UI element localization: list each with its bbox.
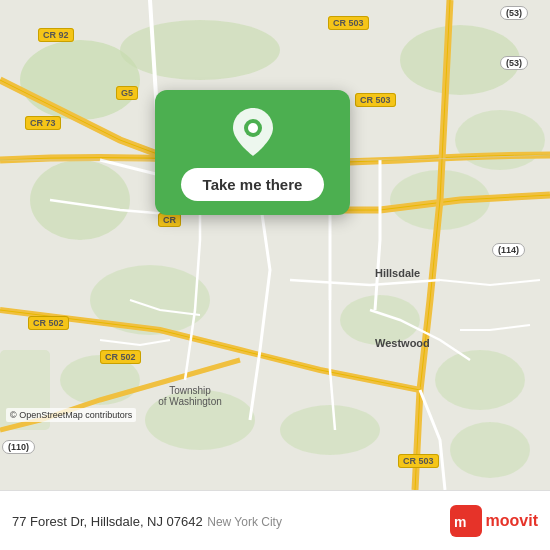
location-pin-icon: [233, 108, 273, 160]
moovit-logo: m moovit: [450, 505, 538, 537]
take-me-there-button[interactable]: Take me there: [181, 168, 325, 201]
road-label-cr92: CR 92: [38, 30, 74, 40]
badge-114: (114): [492, 243, 525, 257]
address-text: 77 Forest Dr, Hillsdale, NJ 07642: [12, 514, 203, 529]
svg-point-12: [435, 350, 525, 410]
svg-point-13: [450, 422, 530, 478]
road-label-cr503b: CR 503: [355, 95, 396, 105]
bottom-bar: 77 Forest Dr, Hillsdale, NJ 07642 New Yo…: [0, 490, 550, 550]
place-hillsdale: Hillsdale: [375, 267, 420, 279]
address-container: 77 Forest Dr, Hillsdale, NJ 07642 New Yo…: [12, 512, 282, 530]
road-label-cr73: CR 73: [25, 118, 61, 128]
city-label: New York City: [207, 515, 282, 529]
svg-point-2: [120, 20, 280, 80]
road-label-cr502a: CR 502: [28, 318, 69, 328]
moovit-icon: m: [450, 505, 482, 537]
road-label-cr503a: CR 503: [328, 18, 369, 28]
road-label-cr503c: CR 503: [398, 456, 439, 466]
road-label-cr502b: CR 502: [100, 352, 141, 362]
badge-110: (110): [2, 440, 35, 454]
place-westwood: Westwood: [375, 337, 430, 349]
take-me-there-popup: Take me there: [155, 90, 350, 215]
badge-53b: (53): [500, 56, 528, 70]
badge-53a: (53): [500, 6, 528, 20]
road-label-g5: G5: [116, 88, 138, 98]
map-container: CR 92 CR 73 CR 502 CR 502 CR 503 CR 503 …: [0, 0, 550, 490]
road-label-cr: CR: [158, 215, 181, 225]
svg-point-16: [248, 123, 258, 133]
svg-point-6: [30, 160, 130, 240]
moovit-text: moovit: [486, 512, 538, 530]
osm-attribution: © OpenStreetMap contributors: [6, 408, 136, 422]
svg-point-11: [280, 405, 380, 455]
place-township: Townshipof Washington: [130, 385, 250, 407]
svg-text:m: m: [454, 514, 466, 530]
svg-point-4: [455, 110, 545, 170]
